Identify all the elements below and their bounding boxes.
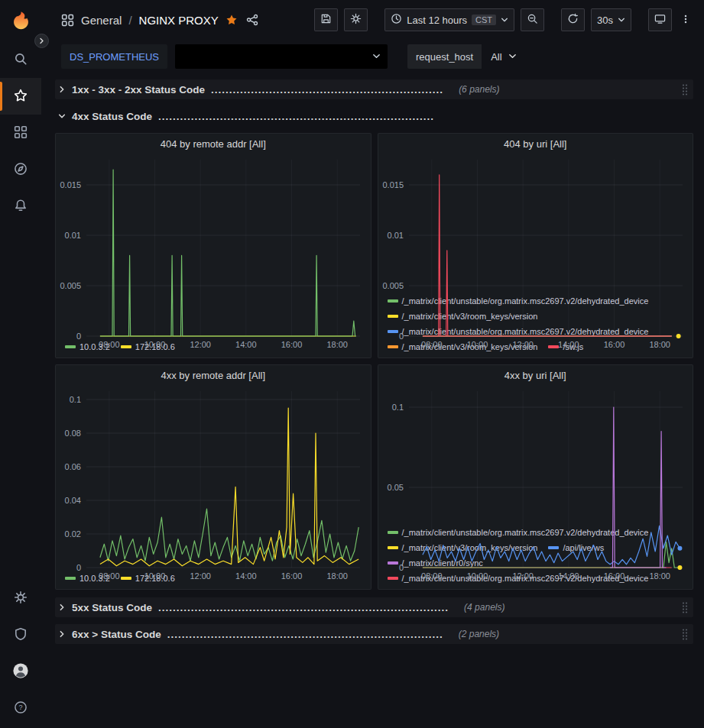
- svg-text:0.1: 0.1: [391, 403, 403, 412]
- svg-text:10:00: 10:00: [466, 340, 488, 349]
- svg-text:0.02: 0.02: [65, 529, 81, 539]
- row-title-dots: ........................................…: [211, 84, 443, 95]
- timezone-label: CST: [472, 15, 496, 25]
- sidebar: ?: [0, 0, 41, 728]
- row-title: 1xx - 3xx - 2xx Status Code: [72, 84, 205, 95]
- row-toggle-6xx[interactable]: 6xx > Status Code ......................…: [55, 629, 676, 640]
- svg-text:0.06: 0.06: [65, 462, 81, 471]
- sidebar-item-profile[interactable]: [0, 653, 41, 690]
- dashboard-settings-button[interactable]: [344, 8, 368, 31]
- row-header-1xx-3xx-2xx: 1xx - 3xx - 2xx Status Code ............…: [55, 79, 693, 99]
- svg-text:16:00: 16:00: [603, 571, 625, 581]
- row-title: 4xx Status Code: [72, 111, 152, 122]
- sidebar-item-explore[interactable]: [0, 151, 41, 188]
- profile-icon: [12, 662, 29, 681]
- variables-bar: DS_PROMETHEUS request_host All: [41, 40, 704, 73]
- chevron-down-icon: [58, 112, 66, 120]
- panel-title[interactable]: 404 by uri [All]: [504, 138, 566, 150]
- panel-header[interactable]: 404 by remote addr [All]: [56, 134, 371, 154]
- panel-404-by-remote-addr: 404 by remote addr [All] 00.0050.010.015…: [55, 133, 371, 358]
- sidebar-item-search[interactable]: [0, 41, 41, 78]
- svg-text:16:00: 16:00: [281, 340, 303, 349]
- chevron-right-icon: [38, 35, 45, 47]
- row-drag-handle[interactable]: [676, 628, 693, 640]
- svg-text:16:00: 16:00: [281, 571, 303, 581]
- request-host-value: All: [491, 51, 501, 63]
- svg-text:0: 0: [76, 563, 81, 572]
- time-range-label: Last 12 hours: [407, 15, 467, 26]
- svg-text:0: 0: [398, 332, 403, 341]
- sidebar-item-configuration[interactable]: [0, 580, 41, 616]
- svg-text:0.015: 0.015: [60, 180, 81, 189]
- chevron-right-icon: [58, 630, 66, 638]
- svg-text:18:00: 18:00: [326, 340, 348, 349]
- sidebar-item-server-admin[interactable]: [0, 616, 41, 653]
- svg-text:0.08: 0.08: [65, 429, 81, 438]
- refresh-interval-dropdown[interactable]: 30s: [591, 8, 631, 31]
- svg-text:18:00: 18:00: [649, 571, 670, 581]
- svg-text:?: ?: [18, 704, 22, 711]
- alerting-icon: [14, 199, 28, 215]
- svg-text:18:00: 18:00: [649, 340, 670, 349]
- svg-text:18:00: 18:00: [326, 571, 348, 581]
- help-icon: ?: [14, 700, 28, 717]
- datasource-variable-label[interactable]: DS_PROMETHEUS: [61, 44, 167, 69]
- gear-icon: [350, 13, 362, 27]
- svg-text:12:00: 12:00: [512, 571, 534, 581]
- dashboard-toolbar: Last 12 hours CST: [314, 8, 693, 31]
- time-series-chart[interactable]: 00.020.040.060.080.108:0010:0012:0014:00…: [56, 385, 371, 571]
- panel-title[interactable]: 4xx by uri [All]: [504, 370, 566, 381]
- chevron-down-icon: [508, 51, 517, 63]
- panel-title[interactable]: 404 by remote addr [All]: [161, 138, 266, 150]
- sidebar-item-starred[interactable]: [0, 78, 41, 115]
- chevron-right-icon: [58, 603, 66, 611]
- cycle-view-mode-button[interactable]: [648, 8, 672, 31]
- refresh-interval-label: 30s: [597, 15, 613, 26]
- sidebar-expand-button[interactable]: [34, 34, 49, 48]
- star-icon: [14, 89, 28, 105]
- panel-header[interactable]: 404 by uri [All]: [378, 134, 693, 154]
- kebab-menu-button[interactable]: [678, 8, 693, 31]
- row-toggle-1xx-3xx-2xx[interactable]: 1xx - 3xx - 2xx Status Code ............…: [55, 84, 676, 95]
- favorite-star-icon[interactable]: [225, 14, 238, 26]
- sidebar-item-dashboards[interactable]: [0, 115, 41, 151]
- row-drag-handle[interactable]: [676, 601, 693, 613]
- time-series-chart[interactable]: 00.0050.010.01508:0010:0012:0014:0016:00…: [378, 154, 693, 293]
- grafana-logo-icon[interactable]: [0, 0, 41, 41]
- zoom-out-time-button[interactable]: [521, 8, 544, 31]
- sidebar-item-alerting[interactable]: [0, 188, 41, 225]
- svg-text:10:00: 10:00: [144, 571, 166, 581]
- save-dashboard-button[interactable]: [314, 8, 338, 31]
- row-title-dots: ........................................…: [167, 629, 443, 640]
- row-drag-handle[interactable]: [676, 83, 693, 95]
- clock-icon: [391, 13, 402, 27]
- time-series-chart[interactable]: 00.050.108:0010:0012:0014:0016:0018:00: [378, 385, 693, 525]
- panel-header[interactable]: 4xx by uri [All]: [378, 365, 693, 385]
- row-panel-count: (2 panels): [459, 629, 499, 639]
- share-icon[interactable]: [246, 14, 258, 26]
- row-header-4xx: 4xx Status Code ........................…: [55, 106, 693, 126]
- time-series-chart[interactable]: 00.0050.010.01508:0010:0012:0014:0016:00…: [56, 154, 371, 339]
- chevron-right-icon: [58, 86, 66, 93]
- breadcrumb: General / NGINX PROXY: [61, 14, 258, 27]
- sidebar-item-help[interactable]: ?: [0, 690, 41, 726]
- panel-title[interactable]: 4xx by remote addr [All]: [161, 370, 265, 381]
- breadcrumb-folder[interactable]: General: [81, 14, 122, 27]
- svg-text:14:00: 14:00: [235, 340, 257, 349]
- refresh-button[interactable]: [561, 8, 585, 31]
- svg-text:12:00: 12:00: [190, 340, 211, 349]
- datasource-select[interactable]: [175, 44, 388, 69]
- panel-404-by-uri: 404 by uri [All] 00.0050.010.01508:0010:…: [378, 133, 694, 358]
- explore-icon: [14, 162, 28, 178]
- request-host-select[interactable]: All: [483, 44, 524, 69]
- panel-4xx-by-remote-addr: 4xx by remote addr [All] 00.020.040.060.…: [55, 364, 371, 590]
- row-panel-count: (4 panels): [464, 602, 504, 613]
- time-range-picker[interactable]: Last 12 hours CST: [384, 8, 514, 31]
- panel-header[interactable]: 4xx by remote addr [All]: [56, 365, 371, 385]
- chevron-down-icon: [618, 15, 625, 26]
- row-toggle-4xx[interactable]: 4xx Status Code ........................…: [55, 111, 693, 122]
- row-toggle-5xx[interactable]: 5xx Status Code ........................…: [55, 602, 676, 613]
- svg-text:0: 0: [76, 332, 81, 341]
- panel-grid-4xx: 404 by remote addr [All] 00.0050.010.015…: [55, 133, 693, 590]
- svg-text:16:00: 16:00: [603, 340, 625, 349]
